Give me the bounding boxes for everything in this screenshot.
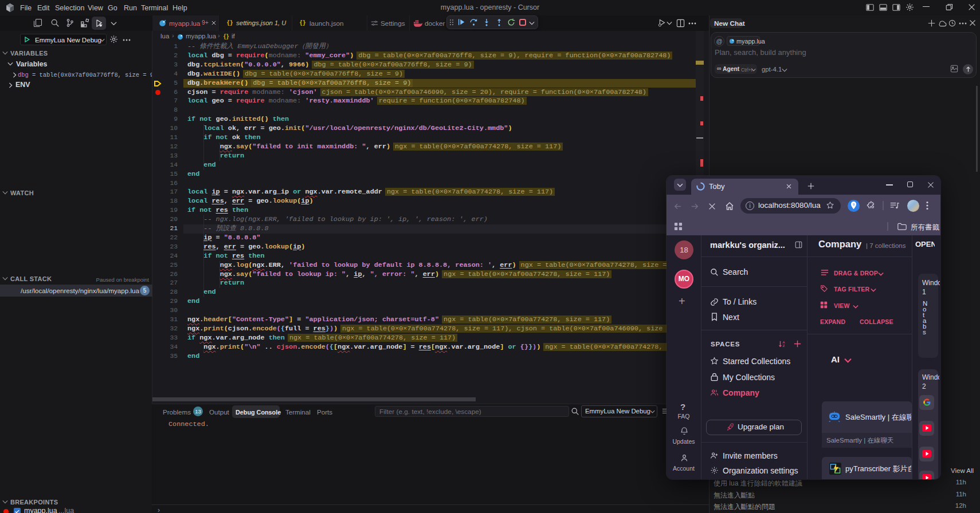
svg-text:Z: Z (782, 344, 785, 348)
svg-text:9: 9 (853, 202, 855, 206)
